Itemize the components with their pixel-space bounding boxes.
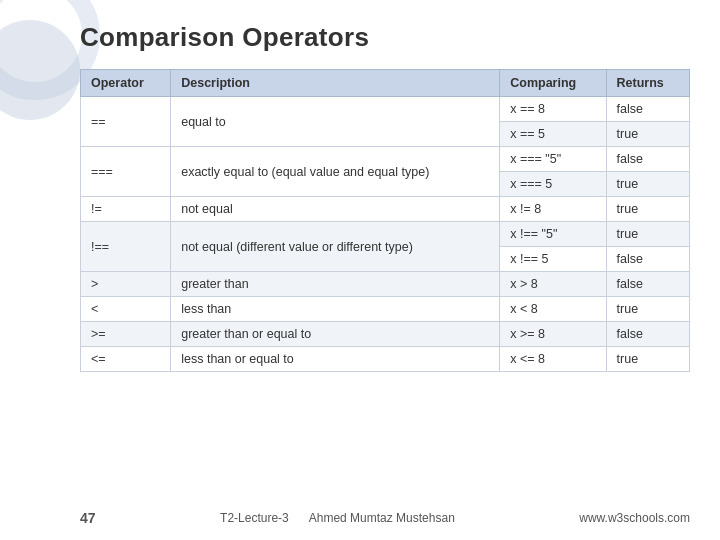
cell-returns: true <box>606 297 689 322</box>
col-header-comparing: Comparing <box>500 70 606 97</box>
cell-operator: > <box>81 272 171 297</box>
page-number: 47 <box>80 510 96 526</box>
cell-operator: >= <box>81 322 171 347</box>
col-header-operator: Operator <box>81 70 171 97</box>
table-row: >greater thanx > 8false <box>81 272 690 297</box>
footer-course: T2-Lecture-3 <box>220 511 289 525</box>
cell-comparing: x > 8 <box>500 272 606 297</box>
cell-operator: != <box>81 197 171 222</box>
cell-comparing: x !== 5 <box>500 247 606 272</box>
col-header-returns: Returns <box>606 70 689 97</box>
table-row: !==not equal (different value or differe… <box>81 222 690 247</box>
cell-comparing: x < 8 <box>500 297 606 322</box>
cell-returns: true <box>606 347 689 372</box>
cell-description: greater than <box>171 272 500 297</box>
cell-returns: false <box>606 97 689 122</box>
cell-returns: true <box>606 122 689 147</box>
cell-returns: false <box>606 322 689 347</box>
cell-description: not equal <box>171 197 500 222</box>
cell-operator: == <box>81 97 171 147</box>
table-row: <=less than or equal tox <= 8true <box>81 347 690 372</box>
table-row: !=not equalx != 8true <box>81 197 690 222</box>
table-row: >=greater than or equal tox >= 8false <box>81 322 690 347</box>
comparison-table: Operator Description Comparing Returns =… <box>80 69 690 372</box>
main-content: Comparison Operators Operator Descriptio… <box>60 0 720 540</box>
cell-description: greater than or equal to <box>171 322 500 347</box>
cell-comparing: x == 5 <box>500 122 606 147</box>
cell-returns: false <box>606 147 689 172</box>
cell-returns: false <box>606 272 689 297</box>
cell-description: less than <box>171 297 500 322</box>
footer-website: www.w3schools.com <box>579 511 690 525</box>
cell-comparing: x === "5" <box>500 147 606 172</box>
cell-returns: true <box>606 222 689 247</box>
cell-description: exactly equal to (equal value and equal … <box>171 147 500 197</box>
cell-comparing: x !== "5" <box>500 222 606 247</box>
cell-comparing: x >= 8 <box>500 322 606 347</box>
cell-returns: false <box>606 247 689 272</box>
page-title: Comparison Operators <box>80 22 690 53</box>
cell-description: less than or equal to <box>171 347 500 372</box>
cell-comparing: x == 8 <box>500 97 606 122</box>
cell-comparing: x <= 8 <box>500 347 606 372</box>
cell-returns: true <box>606 197 689 222</box>
table-row: <less thanx < 8true <box>81 297 690 322</box>
cell-description: not equal (different value or different … <box>171 222 500 272</box>
footer-author: Ahmed Mumtaz Mustehsan <box>309 511 455 525</box>
cell-comparing: x != 8 <box>500 197 606 222</box>
col-header-description: Description <box>171 70 500 97</box>
cell-operator: <= <box>81 347 171 372</box>
footer-middle: T2-Lecture-3 Ahmed Mumtaz Mustehsan <box>220 511 455 525</box>
cell-comparing: x === 5 <box>500 172 606 197</box>
table-row: ===exactly equal to (equal value and equ… <box>81 147 690 172</box>
cell-operator: < <box>81 297 171 322</box>
cell-returns: true <box>606 172 689 197</box>
footer: 47 T2-Lecture-3 Ahmed Mumtaz Mustehsan w… <box>80 510 690 526</box>
cell-description: equal to <box>171 97 500 147</box>
table-row: ==equal tox == 8false <box>81 97 690 122</box>
cell-operator: !== <box>81 222 171 272</box>
cell-operator: === <box>81 147 171 197</box>
